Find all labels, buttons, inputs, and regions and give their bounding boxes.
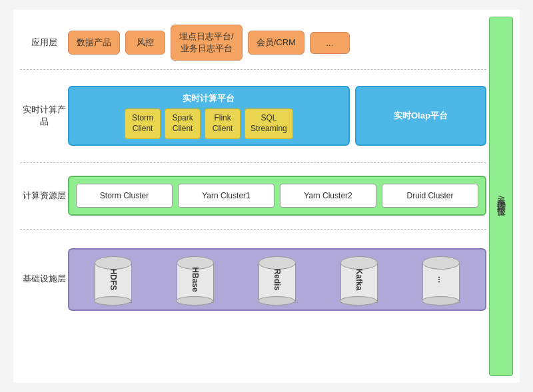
spark-client: SparkClient [165, 108, 201, 138]
druid-cluster: Druid Cluster [382, 184, 478, 208]
flink-client: FlinkClient [205, 108, 241, 138]
yarn-cluster1: Yarn Cluster1 [178, 184, 274, 208]
resource-container: Storm Cluster Yarn Cluster1 Yarn Cluster… [68, 176, 486, 216]
storm-cluster: Storm Cluster [76, 184, 173, 208]
sidebar-label: 系统监控/报警 [495, 190, 507, 202]
infra-layer-label: 基础设施层 [20, 273, 68, 285]
main-content: 应用层 数据产品 风控 埋点日志平台/业务日志平台 会员/CRM ... 实时计… [20, 17, 486, 376]
infra-layer-content: HDFS HBase [68, 248, 486, 311]
more-wrap: ... [422, 256, 460, 303]
app-layer-label: 应用层 [20, 37, 68, 49]
redis-wrap: Redis [259, 256, 296, 303]
compute-platform-title: 实时计算平台 [183, 93, 235, 104]
resource-layer-content: Storm Cluster Yarn Cluster1 Yarn Cluster… [68, 176, 486, 216]
storm-client: StormClient [125, 108, 161, 138]
app-layer-row: 应用层 数据产品 风控 埋点日志平台/业务日志平台 会员/CRM ... [20, 17, 486, 70]
redis-cylinder: Redis [259, 256, 296, 303]
hdfs-wrap: HDFS [95, 256, 132, 303]
hdfs-cylinder: HDFS [95, 256, 132, 303]
olap-platform: 实时Olap平台 [355, 86, 486, 145]
right-sidebar: 系统监控/报警 [489, 17, 513, 376]
app-box-more: ... [310, 32, 350, 54]
realtime-platforms: 实时计算平台 StormClient SparkClient FlinkClie… [68, 86, 486, 145]
app-box-crm: 会员/CRM [248, 31, 304, 55]
realtime-layer-label: 实时计算产品 [20, 104, 68, 128]
diagram: 系统监控/报警 应用层 数据产品 风控 埋点日志平台/业务日志平台 会员/CRM… [13, 10, 520, 383]
realtime-layer-content: 实时计算平台 StormClient SparkClient FlinkClie… [68, 86, 486, 145]
realtime-layer-row: 实时计算产品 实时计算平台 StormClient SparkClient Fl… [20, 70, 486, 163]
kafka-cylinder: Kafka [340, 256, 378, 303]
hbase-cylinder: HBase [177, 256, 214, 303]
app-box-risk: 风控 [125, 31, 165, 55]
hbase-wrap: HBase [177, 256, 214, 303]
more-cylinder: ... [422, 256, 460, 303]
kafka-wrap: Kafka [340, 256, 378, 303]
olap-platform-title: 实时Olap平台 [394, 110, 448, 122]
yarn-cluster2: Yarn Cluster2 [280, 184, 376, 208]
resource-layer-row: 计算资源层 Storm Cluster Yarn Cluster1 Yarn C… [20, 163, 486, 230]
sql-streaming: SQLStreaming [245, 108, 293, 138]
resource-layer-label: 计算资源层 [20, 190, 68, 202]
app-box-data: 数据产品 [68, 31, 120, 55]
infra-container: HDFS HBase [68, 248, 486, 311]
platform-clients: StormClient SparkClient FlinkClient SQLS… [125, 108, 293, 138]
infra-layer-row: 基础设施层 HDFS [20, 230, 486, 329]
app-layer-content: 数据产品 风控 埋点日志平台/业务日志平台 会员/CRM ... [68, 25, 486, 61]
app-box-log: 埋点日志平台/业务日志平台 [171, 25, 243, 61]
compute-platform: 实时计算平台 StormClient SparkClient FlinkClie… [68, 86, 350, 145]
